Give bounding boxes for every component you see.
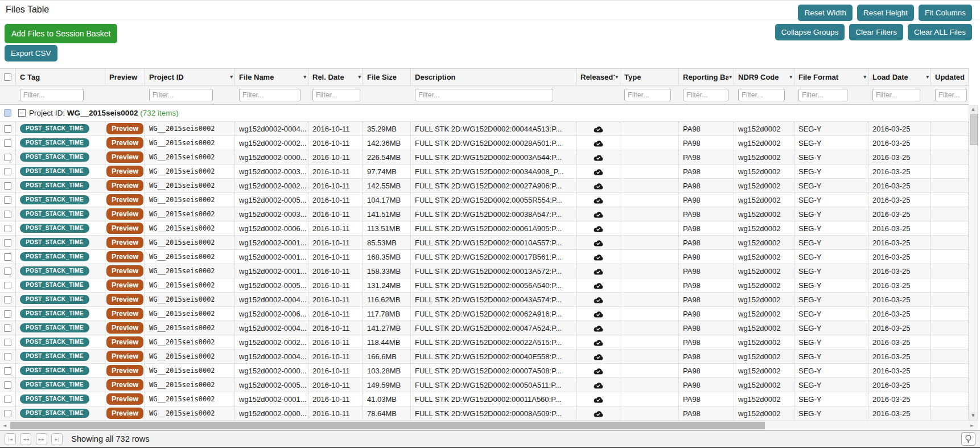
column-header-description[interactable]: Description: [411, 69, 577, 85]
filter-input-description[interactable]: [415, 89, 553, 101]
column-header-reporting[interactable]: Reporting Ba▾: [679, 69, 734, 85]
row-checkbox[interactable]: [4, 396, 11, 403]
preview-button[interactable]: Preview: [106, 322, 143, 334]
column-header-c_tag[interactable]: C Tag: [16, 69, 105, 85]
filter-input-format[interactable]: [798, 89, 847, 101]
preview-button[interactable]: Preview: [106, 180, 143, 191]
horizontal-scroll-thumb[interactable]: [10, 422, 765, 429]
row-checkbox[interactable]: [4, 353, 11, 360]
column-header-rel_date[interactable]: Rel. Date▾: [308, 69, 363, 85]
collapse-groups-button[interactable]: Collapse Groups: [775, 24, 845, 40]
preview-button[interactable]: Preview: [106, 294, 143, 305]
preview-button[interactable]: Preview: [106, 151, 143, 163]
preview-button[interactable]: Preview: [106, 208, 143, 220]
pager-next-button[interactable]: ►►: [36, 433, 47, 445]
row-checkbox[interactable]: [4, 239, 11, 246]
preview-button[interactable]: Preview: [106, 280, 143, 291]
row-checkbox[interactable]: [4, 225, 11, 232]
preview-button[interactable]: Preview: [106, 365, 143, 376]
filter-input-load_date[interactable]: [872, 89, 920, 101]
scroll-left-arrow-icon[interactable]: ◄: [0, 423, 9, 428]
add-files-to-session-basket-button[interactable]: Add Files to Session Basket: [5, 24, 117, 43]
row-checkbox[interactable]: [4, 339, 11, 346]
row-checkbox[interactable]: [4, 268, 11, 275]
horizontal-scrollbar[interactable]: ◄ ►: [0, 421, 978, 430]
row-checkbox[interactable]: [4, 196, 11, 204]
column-header-updated[interactable]: Updated: [931, 69, 969, 85]
filter-input-project_id[interactable]: [149, 89, 213, 101]
column-header-released[interactable]: Released?▾: [577, 69, 620, 85]
vertical-scroll-thumb[interactable]: [970, 114, 978, 145]
preview-button[interactable]: Preview: [106, 237, 143, 248]
scroll-up-arrow-icon[interactable]: ▲: [969, 105, 977, 114]
row-checkbox[interactable]: [4, 125, 11, 133]
preview-button[interactable]: Preview: [106, 393, 143, 405]
row-checkbox[interactable]: [4, 168, 11, 175]
row-checkbox[interactable]: [4, 310, 11, 318]
preview-button[interactable]: Preview: [106, 351, 143, 362]
filter-input-rel_date[interactable]: [312, 89, 360, 101]
preview-button[interactable]: Preview: [106, 166, 143, 177]
preview-button[interactable]: Preview: [106, 308, 143, 319]
pager-previous-button[interactable]: ◄◄: [20, 433, 31, 445]
row-checkbox[interactable]: [4, 211, 11, 218]
collapse-group-icon[interactable]: −: [18, 109, 26, 117]
column-menu-icon[interactable]: ▾: [926, 74, 929, 80]
column-menu-icon[interactable]: ▾: [729, 74, 732, 80]
vertical-scrollbar[interactable]: ▲ ▼: [969, 105, 978, 421]
clear-all-files-button[interactable]: Clear ALL Files: [908, 24, 972, 40]
filter-input-ndr9[interactable]: [738, 89, 785, 101]
row-checkbox[interactable]: [4, 139, 11, 147]
row-checkbox[interactable]: [4, 253, 11, 261]
row-checkbox[interactable]: [4, 324, 11, 332]
reset-width-button[interactable]: Reset Width: [798, 5, 853, 21]
lightbulb-button[interactable]: [961, 432, 975, 446]
preview-button[interactable]: Preview: [106, 408, 143, 419]
preview-button[interactable]: Preview: [106, 123, 143, 134]
column-menu-icon[interactable]: ▾: [358, 74, 361, 80]
preview-button[interactable]: Preview: [106, 336, 143, 348]
preview-button[interactable]: Preview: [106, 194, 143, 205]
preview-button[interactable]: Preview: [106, 379, 143, 391]
column-header-type[interactable]: Type: [620, 69, 679, 85]
select-all-checkbox[interactable]: [4, 73, 11, 81]
clear-filters-button[interactable]: Clear Filters: [849, 24, 903, 40]
pager-last-button[interactable]: ►|: [51, 433, 63, 445]
filter-input-reporting[interactable]: [683, 89, 728, 101]
preview-button[interactable]: Preview: [106, 265, 143, 277]
row-checkbox[interactable]: [4, 367, 11, 375]
column-header-format[interactable]: File Format▾: [794, 69, 868, 85]
filter-input-type[interactable]: [624, 89, 671, 101]
column-menu-icon[interactable]: ▾: [615, 74, 618, 80]
row-checkbox[interactable]: [4, 282, 11, 289]
preview-button[interactable]: Preview: [106, 251, 143, 262]
column-header-ndr9[interactable]: NDR9 Code▾: [734, 69, 794, 85]
preview-button[interactable]: Preview: [106, 137, 143, 149]
filter-input-updated[interactable]: [935, 89, 967, 101]
reset-height-button[interactable]: Reset Height: [857, 5, 914, 21]
fit-columns-button[interactable]: Fit Columns: [919, 5, 972, 21]
filter-input-file_name[interactable]: [239, 89, 300, 101]
column-header-file_size[interactable]: File Size: [363, 69, 411, 85]
column-header-preview[interactable]: Preview: [105, 69, 145, 85]
column-menu-icon[interactable]: ▾: [303, 74, 306, 80]
column-menu-icon[interactable]: ▾: [789, 74, 792, 80]
group-checkbox[interactable]: [4, 109, 11, 117]
column-header-load_date[interactable]: Load Date▾: [868, 69, 931, 85]
row-checkbox[interactable]: [4, 381, 11, 389]
row-checkbox[interactable]: [4, 296, 11, 303]
row-checkbox[interactable]: [4, 410, 11, 417]
pager-first-button[interactable]: |◄: [5, 433, 16, 445]
row-checkbox[interactable]: [4, 154, 11, 161]
preview-button[interactable]: Preview: [106, 223, 143, 234]
scroll-down-arrow-icon[interactable]: ▼: [969, 412, 977, 420]
filter-input-c_tag[interactable]: [20, 89, 84, 101]
column-header-select[interactable]: [0, 69, 16, 85]
row-checkbox[interactable]: [4, 182, 11, 190]
export-csv-button[interactable]: Export CSV: [5, 45, 57, 61]
column-header-file_name[interactable]: File Name▾: [235, 69, 308, 85]
column-header-project_id[interactable]: Project ID▾: [145, 69, 235, 85]
scroll-right-arrow-icon[interactable]: ►: [967, 423, 977, 428]
column-menu-icon[interactable]: ▾: [230, 74, 233, 80]
column-menu-icon[interactable]: ▾: [863, 74, 866, 80]
